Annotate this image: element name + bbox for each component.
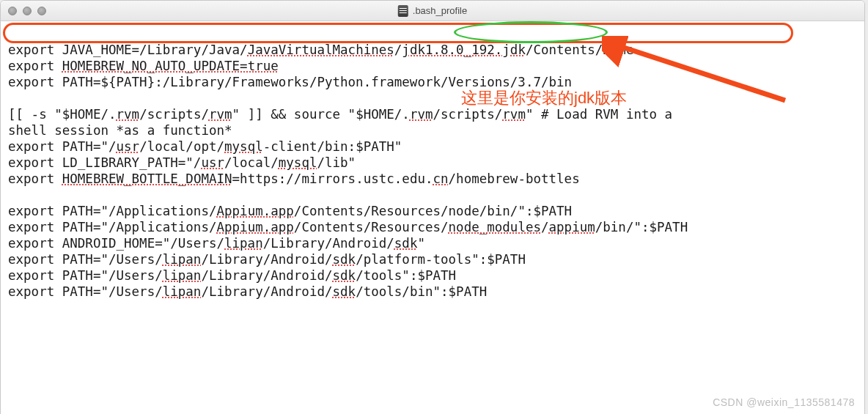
window-title: .bash_profile (398, 5, 467, 17)
annotation-text: 这里是你安装的jdk版本 (461, 90, 627, 106)
line-1: export JAVA_HOME=/Library/Java/JavaVirtu… (8, 42, 633, 57)
line-6: shell session *as a function* (8, 123, 232, 138)
line-13: export ANDROID_HOME="/Users/lipan/Librar… (8, 236, 425, 251)
document-icon (398, 5, 408, 17)
annotation-rect (3, 23, 793, 43)
close-icon[interactable] (8, 7, 17, 15)
text-editor-window: .bash_profile export JAVA_HOME=/Library/… (0, 0, 865, 414)
line-2: export HOMEBREW_NO_AUTO_UPDATE=true (8, 59, 279, 73)
line-8: export LD_LIBRARY_PATH="/usr/local/mysql… (8, 155, 356, 170)
window-controls (8, 7, 46, 15)
titlebar[interactable]: .bash_profile (1, 1, 864, 21)
line-11: export PATH="/Applications/Appium.app/Co… (8, 204, 572, 218)
line-16: export PATH="/Users/lipan/Library/Androi… (8, 284, 487, 299)
annotation-oval (454, 21, 608, 43)
line-15: export PATH="/Users/lipan/Library/Androi… (8, 268, 456, 283)
minimize-icon[interactable] (23, 7, 32, 15)
line-9: export HOMEBREW_BOTTLE_DOMAIN=https://mi… (8, 171, 580, 186)
line-5: [[ -s "$HOME/.rvm/scripts/rvm" ]] && sou… (8, 107, 672, 122)
editor-content[interactable]: export JAVA_HOME=/Library/Java/JavaVirtu… (1, 21, 864, 414)
line-12: export PATH="/Applications/Appium.app/Co… (8, 220, 688, 234)
watermark: CSDN @weixin_1135581478 (713, 396, 855, 408)
zoom-icon[interactable] (37, 7, 46, 15)
line-14: export PATH="/Users/lipan/Library/Androi… (8, 252, 526, 267)
svg-line-1 (615, 45, 785, 100)
title-text: .bash_profile (413, 5, 467, 16)
line-7: export PATH="/usr/local/opt/mysql-client… (8, 139, 402, 154)
line-3: export PATH=${PATH}:/Library/Frameworks/… (8, 75, 572, 89)
